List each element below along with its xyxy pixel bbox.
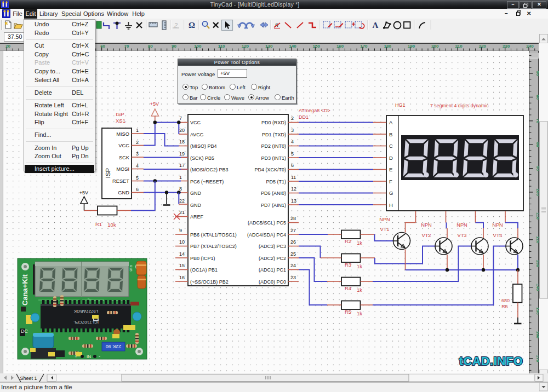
- svg-text:8: 8: [179, 186, 182, 192]
- svg-text:19: 19: [179, 151, 185, 157]
- svg-text:16: 16: [179, 275, 185, 280]
- svg-text:150: 150: [535, 307, 539, 315]
- svg-text:-: -: [99, 354, 100, 359]
- svg-text:VT2: VT2: [421, 233, 431, 238]
- svg-text:22K 90: 22K 90: [106, 344, 122, 349]
- svg-text:Ω: Ω: [189, 21, 195, 30]
- svg-text:VCC: VCC: [118, 143, 129, 148]
- svg-text:1k: 1k: [357, 287, 362, 293]
- svg-text:70: 70: [535, 118, 539, 123]
- svg-text:(ADC4/SDA) PC4: (ADC4/SDA) PC4: [247, 232, 286, 238]
- svg-text:25: 25: [290, 251, 296, 257]
- svg-text:9: 9: [179, 228, 182, 233]
- svg-text:GND: GND: [190, 191, 202, 196]
- svg-text:XS1: XS1: [116, 118, 125, 124]
- svg-text:7 segment 4 digits dynamic: 7 segment 4 digits dynamic: [430, 103, 489, 108]
- svg-text:90: 90: [535, 166, 539, 171]
- svg-text:R6: R6: [501, 304, 508, 309]
- svg-text:100: 100: [194, 44, 202, 49]
- svg-text:PD6 (ANI0): PD6 (ANI0): [261, 191, 286, 196]
- svg-text:H: H: [389, 202, 393, 208]
- svg-text:MOSI: MOSI: [116, 166, 129, 172]
- svg-text:17: 17: [179, 163, 185, 168]
- svg-text:170: 170: [360, 44, 368, 49]
- svg-text:120: 120: [535, 236, 539, 244]
- svg-text:220: 220: [479, 44, 487, 49]
- svg-text:G: G: [389, 190, 393, 196]
- svg-text:(OC1A) PB1: (OC1A) PB1: [190, 267, 218, 273]
- svg-text:DD1: DD1: [299, 114, 309, 120]
- svg-text:Cana+Kit: Cana+Kit: [21, 274, 29, 305]
- svg-text:90: 90: [172, 44, 176, 49]
- svg-text:VT4: VT4: [493, 233, 502, 238]
- svg-text:7: 7: [179, 116, 182, 121]
- svg-text:(SCK) PB5: (SCK) PB5: [190, 155, 214, 161]
- svg-text:C: C: [389, 143, 393, 149]
- svg-text:PC6 (~RESET): PC6 (~RESET): [190, 179, 224, 185]
- svg-text:4: 4: [136, 163, 139, 169]
- svg-text:(MOSI/OC2) PB3: (MOSI/OC2) PB3: [190, 167, 229, 172]
- svg-text:L9727ABGK: L9727ABGK: [73, 309, 98, 314]
- svg-text:(~SS/OC1B) PB2: (~SS/OC1B) PB2: [190, 279, 229, 285]
- svg-text:(ADC1) PC1: (ADC1) PC1: [259, 267, 286, 273]
- svg-text:5: 5: [291, 151, 294, 157]
- svg-text:R2: R2: [345, 238, 351, 244]
- svg-text:PD1 (TXD): PD1 (TXD): [262, 132, 286, 137]
- svg-text:2: 2: [291, 116, 294, 121]
- svg-text:80: 80: [148, 44, 153, 49]
- svg-text:110: 110: [218, 44, 225, 49]
- svg-text:100: 100: [535, 188, 539, 196]
- svg-text:160: 160: [336, 44, 344, 49]
- svg-text:240: 240: [526, 44, 534, 49]
- svg-text:15: 15: [179, 263, 185, 268]
- svg-text:140: 140: [535, 284, 539, 291]
- svg-text:GND: GND: [118, 190, 129, 195]
- svg-text:1: 1: [179, 175, 182, 180]
- svg-text:R4: R4: [345, 285, 351, 291]
- svg-text:230: 230: [503, 44, 510, 49]
- svg-text:(ADC0) PC0: (ADC0) PC0: [259, 279, 286, 285]
- svg-text:3: 3: [136, 151, 139, 157]
- svg-text:PD3 (INT1): PD3 (INT1): [261, 155, 286, 161]
- svg-text:130: 130: [265, 44, 273, 49]
- svg-text:210: 210: [455, 44, 463, 49]
- svg-text:5: 5: [136, 175, 139, 181]
- svg-text:IN: IN: [87, 354, 91, 359]
- svg-text:AREF: AREF: [190, 214, 204, 220]
- svg-text:VT3: VT3: [457, 233, 466, 238]
- svg-text:tCAD.INFO: tCAD.INFO: [459, 355, 523, 368]
- svg-text:ISP: ISP: [116, 111, 124, 117]
- svg-text:23: 23: [290, 275, 296, 280]
- svg-text:(ADC3) PC3: (ADC3) PC3: [259, 244, 286, 249]
- svg-text:DC: DC: [21, 328, 28, 334]
- svg-text:PD0 (RXD): PD0 (RXD): [261, 120, 286, 125]
- svg-text:ATmega8 <D>: ATmega8 <D>: [299, 108, 330, 113]
- svg-text:+5V: +5V: [150, 101, 159, 107]
- svg-text:80: 80: [535, 142, 539, 147]
- svg-text:SCK: SCK: [119, 155, 130, 160]
- svg-text:VCC: VCC: [190, 120, 201, 125]
- svg-text:24: 24: [290, 263, 296, 268]
- svg-text:MISO: MISO: [116, 131, 129, 137]
- svg-text:60: 60: [100, 44, 105, 49]
- svg-text:160: 160: [535, 331, 539, 339]
- svg-text:PB0 (ICP1): PB0 (ICP1): [190, 256, 215, 261]
- svg-text:1k: 1k: [357, 310, 362, 316]
- svg-text:10: 10: [179, 239, 185, 245]
- svg-text:2: 2: [174, 22, 178, 28]
- svg-text:(MISO) PB4: (MISO) PB4: [190, 143, 217, 149]
- svg-text:RESET: RESET: [112, 178, 129, 184]
- svg-text:F: F: [389, 178, 392, 185]
- svg-text:180: 180: [384, 44, 392, 49]
- svg-text:PD4 (XCK/T0): PD4 (XCK/T0): [254, 167, 286, 172]
- svg-text:120: 120: [242, 44, 249, 49]
- svg-text:170: 170: [535, 355, 539, 362]
- svg-text:A: A: [373, 21, 379, 30]
- svg-text:AVCC: AVCC: [190, 132, 204, 137]
- svg-text:Sheet 1: Sheet 1: [20, 376, 37, 381]
- svg-text:6: 6: [136, 187, 139, 192]
- svg-text:R1: R1: [95, 221, 102, 227]
- svg-text:140: 140: [289, 44, 296, 49]
- svg-text:R1B: R1B: [129, 265, 133, 272]
- svg-text:60: 60: [535, 95, 539, 100]
